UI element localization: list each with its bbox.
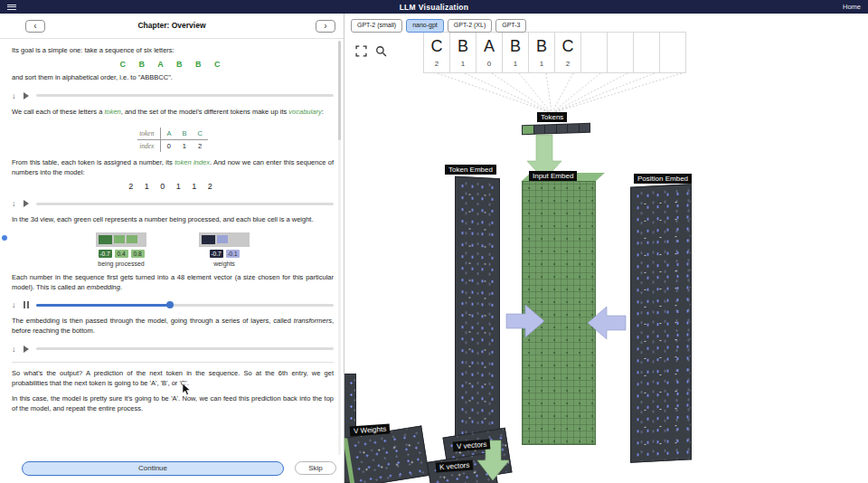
- vocab-table: token A B C index 0 1 2: [137, 128, 208, 152]
- cell-legend: -0.7 0.4 0.8 being processed -0.7 -0.1: [12, 232, 334, 267]
- green-cell: [127, 235, 137, 243]
- chapter-title: Chapter: Overview: [0, 21, 344, 30]
- player-controls-3: ↓: [12, 299, 334, 310]
- app-title: LLM Visualization: [0, 3, 868, 12]
- play-button[interactable]: [22, 91, 31, 100]
- legend-processed: -0.7 0.4 0.8 being processed: [96, 232, 146, 267]
- token-cell-empty[interactable]: [633, 32, 660, 73]
- timeline-slider-3[interactable]: [36, 304, 335, 307]
- token-cell-empty[interactable]: [659, 32, 686, 73]
- value-chip: -0.7: [99, 250, 112, 258]
- play-icon: [24, 92, 29, 99]
- paragraph-index: From this table, each token is assigned …: [12, 157, 334, 178]
- play-button[interactable]: [22, 199, 31, 208]
- zoom-icon[interactable]: [375, 45, 387, 57]
- player-controls-4: ↓: [12, 344, 334, 355]
- next-chapter-button[interactable]: ›: [316, 20, 335, 33]
- timeline-slider-4[interactable]: [36, 347, 335, 350]
- legend-weights: -0.7 -0.1 weights: [199, 232, 250, 267]
- chapter-panel: ‹ Chapter: Overview › Its goal is a simp…: [0, 14, 344, 483]
- tab-gpt3[interactable]: GPT-3: [495, 19, 526, 33]
- play-icon: [24, 200, 29, 207]
- weight-cells-graphic: [199, 232, 250, 247]
- skip-button[interactable]: Skip: [295, 461, 336, 475]
- slider-handle[interactable]: [166, 301, 174, 308]
- paragraph-embedding: Each number in the sequence first gets t…: [12, 272, 334, 293]
- player-controls-1: ↓: [12, 90, 334, 101]
- weight-cell-dark: [202, 235, 215, 244]
- token-cell-empty[interactable]: [580, 32, 608, 73]
- chapter-footer: Continue Skip: [0, 457, 344, 483]
- input-embed-matrix[interactable]: [522, 181, 596, 445]
- token-embed-label: Token Embed: [445, 165, 496, 175]
- tab-nano-gpt[interactable]: nano-gpt: [406, 19, 444, 33]
- table-cell: 1: [176, 140, 192, 152]
- jump-down-button[interactable]: ↓: [12, 91, 16, 100]
- viz-canvas[interactable]: C2 B1 A0 B1 B1 C2: [344, 14, 868, 483]
- token-index-bar: [522, 123, 590, 136]
- table-cell: C: [192, 128, 207, 140]
- table-cell: B: [176, 128, 192, 140]
- scrollbar-thumb[interactable]: [338, 41, 341, 140]
- green-cell: [114, 235, 125, 243]
- legend-label: being processed: [98, 260, 144, 267]
- green-cell-dark: [99, 235, 112, 244]
- position-embed-matrix[interactable]: [630, 184, 692, 463]
- weight-values: -0.7 -0.1: [210, 250, 240, 258]
- panel-scrollbar[interactable]: [338, 41, 341, 455]
- position-embed-label: Position Embed: [634, 174, 692, 184]
- paragraph-transformers: The embedding is then passed through the…: [12, 316, 334, 336]
- paragraph-sort: and sort them in alphabetical order, i.e…: [12, 72, 334, 82]
- paragraph-repeat: In this case, the model is pretty sure i…: [12, 393, 334, 414]
- table-cell: 2: [192, 140, 207, 152]
- value-chip: -0.1: [226, 250, 240, 258]
- player-controls-2: ↓: [12, 198, 334, 209]
- token-cell[interactable]: B1: [502, 32, 529, 73]
- token-input-cells: C2 B1 A0 B1 B1 C2: [424, 32, 686, 73]
- table-row-label: token: [137, 128, 161, 140]
- paragraph-cells: In the 3d view, each green cell represen…: [12, 214, 334, 224]
- token-embed-matrix[interactable]: [455, 176, 500, 441]
- jump-down-button[interactable]: ↓: [12, 199, 16, 208]
- chapter-header: ‹ Chapter: Overview ›: [0, 14, 344, 39]
- token-cell[interactable]: C2: [554, 32, 581, 73]
- scene-overlay: [344, 14, 868, 483]
- timeline-slider-2[interactable]: [36, 203, 335, 205]
- token-cell[interactable]: B1: [449, 32, 476, 73]
- index-sequence: 2 1 0 1 1 2: [12, 182, 334, 191]
- paragraph-goal: Its goal is a simple one: take a sequenc…: [12, 45, 334, 55]
- app-window: LLM Visualization Home ‹ Chapter: Overvi…: [0, 0, 868, 483]
- continue-button[interactable]: Continue: [22, 461, 284, 476]
- jump-down-button[interactable]: ↓: [12, 300, 16, 309]
- value-chip: 0.4: [115, 250, 128, 258]
- tab-gpt2-small[interactable]: GPT-2 (small): [351, 19, 402, 33]
- processed-cells-graphic: [96, 232, 146, 247]
- legend-label: weights: [213, 260, 235, 267]
- token-connector-lines: [438, 73, 682, 113]
- paragraph-output: So what's the output? A prediction of th…: [12, 368, 334, 389]
- nav-progress-dot[interactable]: [2, 235, 7, 241]
- vocab-table-wrap: token A B C index 0 1 2: [12, 123, 334, 152]
- tab-gpt2-xl[interactable]: GPT-2 (XL): [448, 19, 492, 33]
- weight-cell: [217, 235, 228, 243]
- fullscreen-icon[interactable]: [355, 45, 367, 57]
- token-cell[interactable]: A0: [476, 32, 503, 73]
- value-chip: -0.7: [210, 250, 223, 258]
- play-button[interactable]: [22, 345, 31, 354]
- timeline-slider-1[interactable]: [36, 94, 335, 97]
- token-cell[interactable]: B1: [528, 32, 555, 73]
- pause-button[interactable]: [22, 300, 31, 309]
- input-embed-label: Input Embed: [529, 171, 577, 181]
- top-bar: LLM Visualization Home: [0, 0, 868, 14]
- value-chip: 0.8: [131, 250, 145, 258]
- processed-values: -0.7 0.4 0.8: [99, 250, 145, 258]
- table-cell: A: [161, 128, 176, 140]
- home-link[interactable]: Home: [843, 3, 861, 11]
- token-cell-empty[interactable]: [607, 32, 634, 73]
- tokens-label: Tokens: [537, 112, 567, 122]
- section-divider: [12, 362, 334, 363]
- token-cell[interactable]: C2: [423, 32, 450, 73]
- play-icon: [24, 346, 29, 353]
- table-cell: 0: [161, 140, 176, 152]
- jump-down-button[interactable]: ↓: [12, 345, 16, 354]
